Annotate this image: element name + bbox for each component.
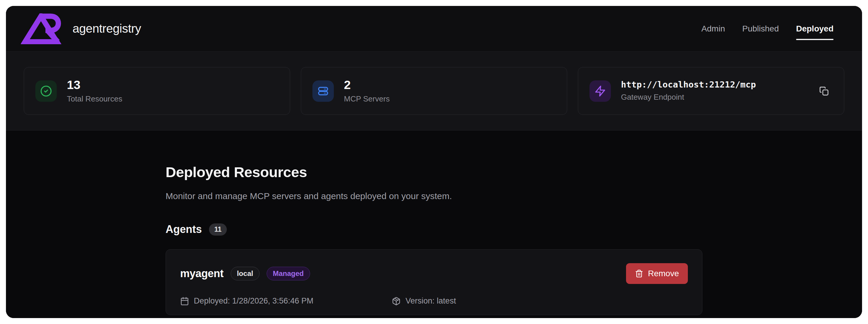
remove-button-label: Remove — [648, 269, 679, 278]
agent-version: Version: latest — [392, 296, 456, 305]
stat-label-total-resources: Total Resources — [67, 94, 122, 104]
agent-name: myagent — [180, 267, 223, 280]
app-logo-icon — [21, 13, 66, 44]
stat-text: 13 Total Resources — [67, 78, 122, 103]
stat-text: 2 MCP Servers — [344, 78, 390, 103]
circle-check-icon — [35, 80, 57, 102]
calendar-icon — [180, 297, 189, 305]
page-title: Deployed Resources — [165, 164, 703, 180]
stats-bar: 13 Total Resources 2 MCP Servers — [6, 51, 862, 131]
agent-deployed-date: Deployed: 1/28/2026, 3:56:46 PM — [180, 296, 313, 305]
agent-meta: Deployed: 1/28/2026, 3:56:46 PM Version:… — [180, 296, 688, 305]
app-window: agentregistry Admin Published Deployed 1… — [6, 6, 862, 318]
brand-name: agentregistry — [72, 22, 141, 36]
agent-badge-managed: Managed — [267, 267, 310, 280]
nav-item-published[interactable]: Published — [742, 24, 779, 34]
agents-section-title: Agents — [165, 223, 202, 236]
stat-card-mcp-servers: 2 MCP Servers — [301, 67, 567, 115]
stat-label-mcp-servers: MCP Servers — [344, 94, 390, 104]
server-icon — [312, 80, 334, 102]
agents-count-badge: 11 — [209, 223, 227, 236]
trash-icon — [635, 269, 643, 278]
agent-version-text: Version: latest — [405, 296, 456, 305]
stat-label-gateway-endpoint: Gateway Endpoint — [621, 93, 756, 102]
agent-deployed-text: Deployed: 1/28/2026, 3:56:46 PM — [194, 296, 313, 305]
primary-nav: Admin Published Deployed — [702, 24, 834, 34]
agent-badge-local: local — [231, 267, 259, 280]
agent-card-header: myagent local Managed Remove — [180, 263, 688, 284]
agent-card: myagent local Managed Remove — [165, 249, 703, 315]
brand: agentregistry — [21, 13, 141, 44]
copy-icon — [819, 86, 829, 96]
nav-item-admin[interactable]: Admin — [702, 24, 725, 34]
stat-value-mcp-servers: 2 — [344, 78, 390, 92]
agents-section-header: Agents 11 — [165, 223, 703, 236]
remove-button[interactable]: Remove — [626, 263, 688, 284]
nav-item-deployed[interactable]: Deployed — [796, 24, 834, 34]
stat-card-gateway-endpoint: http://localhost:21212/mcp Gateway Endpo… — [578, 67, 844, 115]
main-content: Deployed Resources Monitor and manage MC… — [6, 131, 862, 318]
agent-identity: myagent local Managed — [180, 267, 310, 280]
gateway-endpoint-url: http://localhost:21212/mcp — [621, 80, 756, 89]
top-nav: agentregistry Admin Published Deployed — [6, 6, 862, 51]
stat-card-total-resources: 13 Total Resources — [24, 67, 290, 115]
stat-text: http://localhost:21212/mcp Gateway Endpo… — [621, 80, 756, 102]
content-container: Deployed Resources Monitor and manage MC… — [165, 131, 703, 315]
package-icon — [392, 297, 401, 305]
stat-value-total-resources: 13 — [67, 78, 122, 92]
page-subtitle: Monitor and manage MCP servers and agent… — [165, 191, 703, 201]
copy-button[interactable] — [815, 82, 833, 100]
zap-icon — [589, 80, 611, 102]
